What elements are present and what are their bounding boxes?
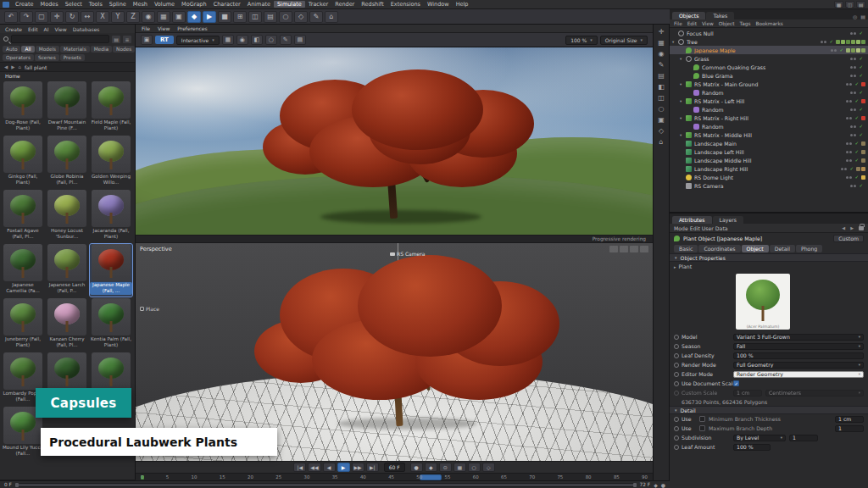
plant-asset-cell[interactable]: Ginkgo (Fall, Plant)	[2, 136, 44, 188]
asset-menu-item[interactable]: View	[54, 26, 66, 32]
season-dropdown[interactable]: Fall	[733, 343, 864, 350]
toolbar-button[interactable]: ◉	[142, 11, 155, 23]
transport-button[interactable]: |◀	[293, 463, 306, 472]
asset-tab[interactable]: Materials	[60, 46, 90, 53]
visibility-dots[interactable]	[821, 41, 826, 43]
enabled-check-icon[interactable]: ✓	[859, 64, 863, 69]
strip-icon[interactable]: ▤	[658, 73, 665, 80]
plant-asset-cell[interactable]: Kentia Palm (Fall, Plant)	[90, 298, 132, 351]
menu-item[interactable]: Volume	[151, 1, 178, 8]
plant-asset-cell[interactable]: Jacaranda (Fall, Plant)	[90, 190, 132, 242]
layout-icon[interactable]: ◫	[845, 1, 854, 8]
object-search-icon[interactable]: ◎	[853, 14, 857, 19]
plant-asset-cell[interactable]: Foxtail Agave (Fall, Pl...	[2, 190, 44, 242]
current-frame-field[interactable]: 60 F	[384, 463, 405, 472]
max-branch-checkbox[interactable]	[699, 425, 705, 431]
menu-item[interactable]: Render	[331, 1, 358, 8]
rendered-image-viewport[interactable]	[136, 47, 653, 235]
object-tags[interactable]	[861, 175, 865, 180]
enabled-check-icon[interactable]: ✓	[829, 39, 833, 44]
menu-item[interactable]: Simulate	[274, 1, 305, 8]
toolbar-button[interactable]: Z	[126, 11, 140, 23]
lock-view-icon[interactable]: ▣	[141, 35, 153, 45]
toolbar-button[interactable]: ▢	[35, 11, 48, 23]
strip-icon[interactable]: ✎	[659, 62, 665, 69]
transport-button[interactable]: ▶|	[366, 463, 379, 472]
toolbar-button[interactable]: ✛	[50, 11, 64, 23]
object-menu-item[interactable]: Tags	[740, 21, 751, 26]
tab-attributes[interactable]: Attributes	[672, 216, 712, 224]
asset-tab[interactable]: Scenes	[35, 54, 59, 61]
render-toolbar-icon[interactable]: ○	[265, 35, 277, 45]
plant-asset-cell[interactable]: Dwarf Mountain Pine (F...	[46, 81, 88, 134]
object-tags[interactable]	[861, 141, 865, 146]
toolbar-button[interactable]: ↻	[65, 11, 79, 23]
toolbar-button[interactable]: ■	[218, 11, 231, 23]
custom-scale-unit-dropdown[interactable]: Centimeters	[765, 390, 864, 396]
toolbar-button[interactable]: ⊞	[233, 11, 247, 23]
toolbar-button[interactable]: ◫	[248, 11, 262, 23]
nav-back-icon[interactable]: ◀	[842, 225, 845, 230]
object-row[interactable]: Tree ✓	[670, 37, 868, 46]
expand-icon[interactable]	[680, 116, 686, 120]
min-branch-checkbox[interactable]	[699, 416, 705, 422]
enabled-check-icon[interactable]: ✓	[859, 56, 863, 61]
keying-button[interactable]: ○	[468, 463, 481, 472]
asset-menu-item[interactable]: AI	[44, 26, 49, 32]
render-toolbar-icon[interactable]: ◉	[236, 35, 248, 45]
subdivision-field[interactable]: 1	[789, 435, 818, 441]
camera-label[interactable]: RS Camera	[390, 251, 425, 257]
max-branch-field[interactable]: 1	[835, 425, 864, 432]
enabled-check-icon[interactable]: ✓	[859, 73, 863, 78]
enabled-check-icon[interactable]: ✓	[854, 158, 859, 163]
tab-takes[interactable]: Takes	[706, 12, 734, 19]
visibility-dots[interactable]	[850, 134, 856, 136]
plant-asset-cell[interactable]: Golden Weeping Willo...	[90, 136, 132, 188]
toolbar-button[interactable]: ○	[279, 11, 292, 23]
section-detail[interactable]: ▾ Detail	[670, 406, 868, 414]
toolbar-button[interactable]: ▣	[172, 11, 186, 23]
expand-icon[interactable]	[680, 57, 686, 61]
visibility-dots[interactable]	[850, 66, 856, 69]
attribute-tab[interactable]: Detail	[770, 245, 795, 252]
enabled-check-icon[interactable]: ✓	[854, 115, 859, 120]
viewport-label[interactable]: Perspective	[140, 246, 172, 252]
object-row[interactable]: Landscape Left Hill ✓	[670, 147, 868, 156]
render-view-menu-item[interactable]: File	[142, 25, 150, 31]
asset-tab[interactable]: Nodes	[113, 46, 135, 53]
render-toolbar-icon[interactable]: ✎	[280, 35, 292, 45]
strip-icon[interactable]: ◧	[658, 84, 665, 91]
asset-tab[interactable]: Models	[36, 46, 59, 53]
menu-item[interactable]: MoGraph	[178, 1, 210, 8]
asset-tab[interactable]: Presets	[60, 54, 85, 61]
size-dropdown[interactable]: Original Size▾	[600, 36, 648, 45]
object-row[interactable]: RS Matrix - Right Hill ✓	[670, 114, 868, 122]
transport-button[interactable]: ▶▶	[352, 463, 364, 472]
menu-item[interactable]: Character	[210, 1, 244, 8]
object-filter-icon[interactable]: ▤	[860, 14, 865, 19]
object-row[interactable]: Blue Grama ✓	[670, 71, 868, 80]
object-menu-item[interactable]: File	[674, 21, 682, 26]
object-row[interactable]: Random ✓	[670, 88, 868, 97]
mode-menu[interactable]: Mode Edit User Data	[674, 225, 728, 231]
lock-icon[interactable]	[859, 226, 864, 230]
visibility-dots[interactable]	[846, 117, 852, 119]
visibility-dots[interactable]	[846, 159, 852, 162]
custom-button[interactable]: Custom	[833, 235, 864, 242]
plant-asset-cell[interactable]: Japanese Camellia (Fa...	[2, 244, 44, 297]
toolbar-button[interactable]: ⌂	[325, 11, 338, 23]
custom-scale-field[interactable]: 1 cm	[733, 390, 762, 396]
menu-item[interactable]: Tracker	[305, 1, 331, 8]
render-view-menu-item[interactable]: Preferences	[177, 25, 207, 31]
rt-render-button[interactable]: RT	[155, 36, 174, 44]
expand-icon[interactable]	[680, 82, 686, 86]
record-icon[interactable]: ●	[661, 482, 665, 488]
render-view-menu-item[interactable]: View	[158, 25, 170, 31]
enabled-check-icon[interactable]: ✓	[854, 98, 859, 103]
toolbar-button[interactable]: ▤	[264, 11, 277, 23]
object-row[interactable]: Landscape Main ✓	[670, 139, 868, 147]
object-tags[interactable]	[861, 150, 865, 154]
filter-icon[interactable]: ▤	[112, 36, 120, 43]
plant-preview-image[interactable]: (Acer Palmatum)	[736, 274, 790, 330]
visibility-dots[interactable]	[846, 100, 852, 103]
